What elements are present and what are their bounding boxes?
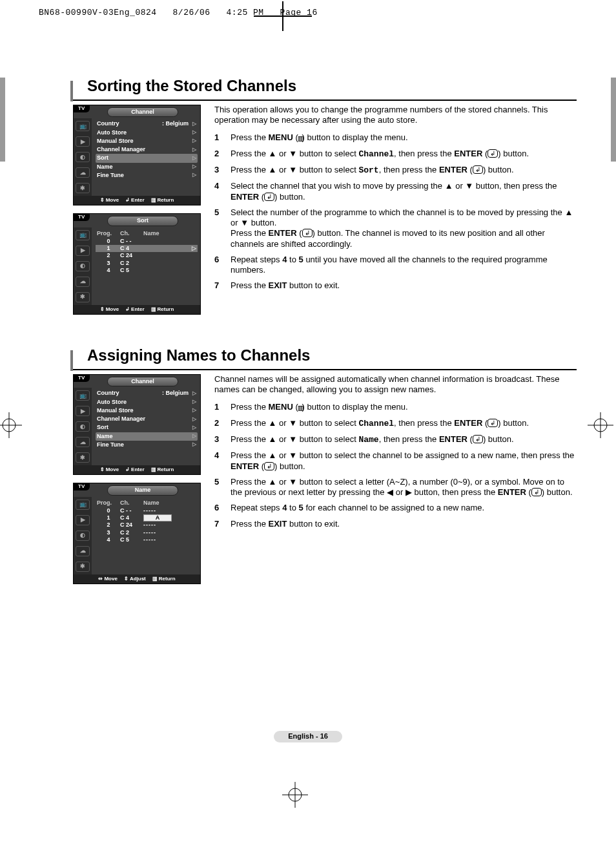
globe-icon: ◐ [76,531,90,541]
osd-tv-tab: TV [73,105,90,112]
section-accent-bar [70,350,73,371]
step-text: Press the ▲ or ▼ button to select Sort, … [231,165,514,176]
step-text: Select the channel that you wish to move… [231,181,577,202]
picture-icon: 📺 [76,121,90,131]
cloud-icon: ☁ [76,546,90,556]
crop-mark-top [282,1,283,31]
section-naming: Assigning Names to Channels TV Channel 📺… [73,346,577,592]
osd-tv-tab: TV [73,213,90,221]
media-icon: ▶ [76,136,90,147]
steps-list: 1Press the MENU (▥) button to display th… [214,132,577,291]
globe-icon: ◐ [76,152,90,162]
step-text: Select the number of the programme to wh… [231,207,577,249]
page-footer: English - 16 [0,731,616,742]
page: BN68-00990V-03Eng_0824 8/26/06 4:25 PM P… [0,0,616,842]
step-text: Press the ▲ or ▼ button to select a lett… [231,477,577,498]
edge-indicator-left [0,78,5,162]
setup-icon: ✱ [76,562,90,572]
page-number-pill: English - 16 [274,731,342,742]
step-text: Press the ▲ or ▼ button to select Channe… [231,418,529,429]
setup-icon: ✱ [76,452,90,463]
intro-text: This operation allows you to change the … [214,105,577,126]
edge-indicator-right [611,78,616,162]
section-rule [73,369,577,370]
osd-list: Country: Belgium▷ Auto Store▷ Manual Sto… [92,118,200,196]
section-rule [73,100,577,101]
section-sorting: Sorting the Stored Channels TV Channel 📺… [73,76,577,322]
crop-mark-right [588,412,613,438]
menu-item: Channel Manager [97,146,192,153]
menu-item: Country [97,120,162,127]
cloud-icon: ☁ [76,167,90,178]
media-icon: ▶ [76,246,90,256]
step-text: Press the MENU (▥) button to display the… [231,402,408,413]
setup-icon: ✱ [76,183,90,193]
cloud-icon: ☁ [76,277,90,287]
step-text: Press the ▲ or ▼ button to select Channe… [231,149,529,160]
picture-icon: 📺 [76,500,90,510]
step-text: Repeat steps 4 to 5 for each channel to … [231,503,484,513]
step-text: Press the ▲ or ▼ button to select the ch… [231,450,577,472]
osd-name-menu: TV Name 📺 ▶ ◐ ☁ ✱ Prog. [73,483,201,584]
osd-icon-rail: 📺 ▶ ◐ ☁ ✱ [74,118,92,196]
step-text: Press the MENU (▥) button to display the… [231,132,408,143]
section-body: This operation allows you to change the … [205,105,577,297]
osd-footer: ⇕Move ↲Enter ▥Return [74,196,200,205]
intro-text: Channel names will be assigned automatic… [214,374,577,395]
menu-item: Fine Tune [97,172,192,179]
picture-icon: 📺 [76,230,90,240]
step-text: Press the ▲ or ▼ button to select Name, … [231,434,514,445]
osd-channel-menu: TV Channel 📺 ▶ ◐ ☁ ✱ Country: Belgium▷ A… [73,105,201,205]
globe-icon: ◐ [76,261,90,271]
setup-icon: ✱ [76,292,90,302]
crop-mark-left [0,412,22,438]
section-title: Assigning Names to Channels [87,346,577,365]
step-text: Press the EXIT button to exit. [231,280,340,291]
osd-channel-menu: TV Channel 📺 ▶ ◐ ☁ ✱ Country: Belgium▷ A… [73,374,201,475]
cloud-icon: ☁ [76,437,90,447]
media-icon: ▶ [76,515,90,525]
globe-icon: ◐ [76,421,90,432]
osd-title: Channel [107,107,178,117]
section-title: Sorting the Stored Channels [87,76,577,96]
media-icon: ▶ [76,406,90,416]
doc-date: 8/26/06 [173,8,210,17]
osd-title: Sort [107,216,178,226]
menu-item: Name [97,163,192,171]
step-text: Repeat steps 4 to 5 until you have moved… [231,255,577,276]
steps-list: 1Press the MENU (▥) button to display th… [214,402,577,529]
picture-icon: 📺 [76,390,90,401]
osd-sort-menu: TV Sort 📺 ▶ ◐ ☁ ✱ Prog. [73,213,201,314]
section-accent-bar [70,81,73,101]
menu-item: Manual Store [97,138,192,145]
doc-filename: BN68-00990V-03Eng_0824 [39,8,157,17]
step-text: Press the EXIT button to exit. [231,519,340,529]
menu-item: Auto Store [97,129,192,136]
menu-item-selected: Sort [97,154,192,162]
crop-mark-bottom [282,782,308,808]
